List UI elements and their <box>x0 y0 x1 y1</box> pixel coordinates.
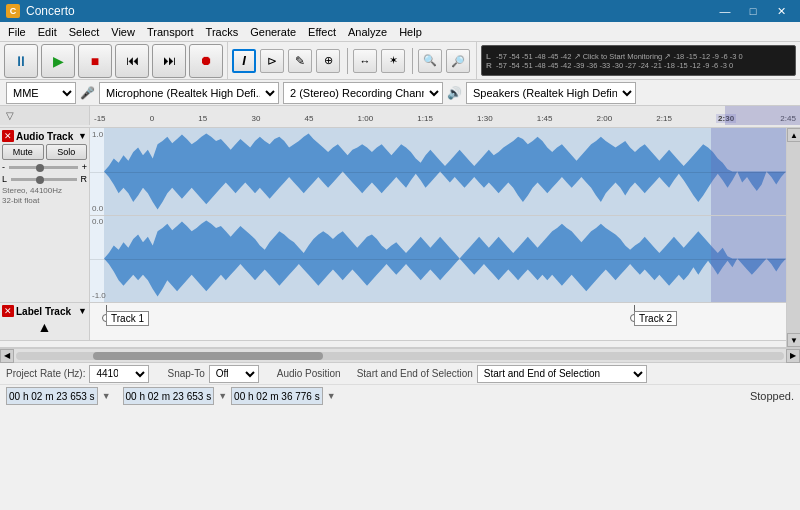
ruler-mark: 1:45 <box>537 114 553 123</box>
menu-effect[interactable]: Effect <box>302 22 342 41</box>
label-track-expand[interactable]: ▼ <box>78 306 87 316</box>
skip-back-button[interactable]: ⏮ <box>115 44 149 78</box>
mic-icon: 🎤 <box>80 86 95 100</box>
multi-tool[interactable]: ✶ <box>381 49 405 73</box>
position-dropdown-btn[interactable]: ▼ <box>102 391 111 401</box>
track-info: Stereo, 44100Hz 32-bit float <box>2 186 87 207</box>
audio-track-expand[interactable]: ▼ <box>78 131 87 141</box>
label-track: ✕ Label Track ▼ ▲ Track 1 <box>0 303 786 341</box>
zoom-tool[interactable]: ⊕ <box>316 49 340 73</box>
minimize-button[interactable]: — <box>712 3 738 19</box>
audio-track-controls: ✕ Audio Track ▼ Mute Solo - + <box>0 128 90 302</box>
snap-to-select[interactable]: Off <box>209 365 259 383</box>
project-rate-label: Project Rate (Hz): <box>6 368 85 379</box>
scroll-down-arrow[interactable]: ▼ <box>787 333 800 347</box>
label-track-up[interactable]: ▲ <box>38 319 52 335</box>
label-track-close[interactable]: ✕ <box>2 305 14 317</box>
vu-r-label: R <box>486 61 494 70</box>
label-track-name: Label Track <box>14 306 78 317</box>
vertical-scrollbar[interactable]: ▲ ▼ <box>786 128 800 347</box>
label-tag-2: Track 2 <box>634 311 677 326</box>
ruler-mark: 1:00 <box>358 114 374 123</box>
vu-r-scale: -57 -54 -51 -48 -45 -42 -39 -36 -33 -30 … <box>496 61 733 70</box>
time-shift-tool[interactable]: ↔ <box>353 49 377 73</box>
menu-select[interactable]: Select <box>63 22 106 41</box>
skip-fwd-button[interactable]: ⏭ <box>152 44 186 78</box>
menu-analyze[interactable]: Analyze <box>342 22 393 41</box>
pause-button[interactable]: ⏸ <box>4 44 38 78</box>
device-bar: MME 🎤 Microphone (Realtek High Defi... 2… <box>0 80 800 106</box>
solo-button[interactable]: Solo <box>46 144 88 160</box>
play-button[interactable]: ▶ <box>41 44 75 78</box>
selection-label: Start and End of Selection <box>357 368 473 379</box>
ruler-mark: 1:30 <box>477 114 493 123</box>
ruler-mark: 2:15 <box>656 114 672 123</box>
hscroll-track[interactable] <box>16 352 784 360</box>
scroll-right-arrow[interactable]: ▶ <box>786 349 800 363</box>
menu-help[interactable]: Help <box>393 22 428 41</box>
microphone-select[interactable]: Microphone (Realtek High Defi... <box>99 82 279 104</box>
selection-start-value: 00 h 02 m 23 653 s <box>123 387 215 405</box>
maximize-button[interactable]: □ <box>740 3 766 19</box>
selection-end-dropdown-btn[interactable]: ▼ <box>327 391 336 401</box>
audio-track-name: Audio Track <box>14 131 78 142</box>
audio-position-label: Audio Position <box>277 368 341 379</box>
app-icon: C <box>6 4 20 18</box>
scroll-up-arrow[interactable]: ▲ <box>787 128 800 142</box>
waveform-area[interactable]: 1.0 0.0 0.0 -1.0 <box>90 128 786 302</box>
snap-to-label: Snap-To <box>167 368 204 379</box>
timeline-ruler[interactable]: ▽ -15 0 15 30 45 1:00 1:15 1:30 1:45 2:0… <box>0 106 800 128</box>
title-bar: C Concerto — □ ✕ <box>0 0 800 22</box>
menu-file[interactable]: File <box>2 22 32 41</box>
audio-position-value: 00 h 02 m 23 653 s <box>6 387 98 405</box>
mute-button[interactable]: Mute <box>2 144 44 160</box>
stop-button[interactable]: ■ <box>78 44 112 78</box>
selection-start-dropdown-btn[interactable]: ▼ <box>218 391 227 401</box>
app-title: Concerto <box>26 4 712 18</box>
selection-type-select[interactable]: Start and End of Selection <box>477 365 647 383</box>
draw-tool[interactable]: ✎ <box>288 49 312 73</box>
gain-plus-label: + <box>82 162 87 172</box>
selection-tool[interactable]: I <box>232 49 256 73</box>
hscroll-thumb[interactable] <box>93 352 323 360</box>
ruler-mark: -15 <box>94 114 106 123</box>
menu-generate[interactable]: Generate <box>244 22 302 41</box>
audio-track-close[interactable]: ✕ <box>2 130 14 142</box>
project-rate-select[interactable]: 44100 <box>89 365 149 383</box>
menu-tracks[interactable]: Tracks <box>200 22 245 41</box>
main-area: ✕ Audio Track ▼ Mute Solo - + <box>0 128 800 348</box>
speaker-icon: 🔊 <box>447 86 462 100</box>
ruler-mark: 1:15 <box>417 114 433 123</box>
vu-l-scale: -57 -54 -51 -48 -45 -42 ↗ Click to Start… <box>496 52 743 61</box>
audio-host-select[interactable]: MME <box>6 82 76 104</box>
menu-view[interactable]: View <box>105 22 141 41</box>
menu-edit[interactable]: Edit <box>32 22 63 41</box>
audio-track: ✕ Audio Track ▼ Mute Solo - + <box>0 128 786 303</box>
status-text: Stopped. <box>750 390 794 402</box>
vu-l-label: L <box>486 52 494 61</box>
menu-bar: File Edit Select View Transport Tracks G… <box>0 22 800 42</box>
label-tag-1: Track 1 <box>106 311 149 326</box>
ruler-start-icon: ▽ <box>6 110 14 121</box>
menu-transport[interactable]: Transport <box>141 22 200 41</box>
close-button[interactable]: ✕ <box>768 3 794 19</box>
record-button[interactable]: ⏺ <box>189 44 223 78</box>
status-bar: Project Rate (Hz): 44100 Snap-To Off Aud… <box>0 362 800 408</box>
channels-select[interactable]: 2 (Stereo) Recording Channels <box>283 82 443 104</box>
zoom-out-tool[interactable]: 🔍 <box>446 49 470 73</box>
label-track-controls: ✕ Label Track ▼ ▲ <box>0 303 90 340</box>
horizontal-scrollbar[interactable]: ◀ ▶ <box>0 348 800 362</box>
scale-top: 1.0 <box>92 130 103 139</box>
label-track-area[interactable]: Track 1 Track 2 <box>90 303 786 340</box>
pan-r-label: R <box>81 174 88 184</box>
zoom-in-tool[interactable]: 🔍 <box>418 49 442 73</box>
pan-l-label: L <box>2 174 7 184</box>
ruler-mark: 0 <box>150 114 154 123</box>
scroll-left-arrow[interactable]: ◀ <box>0 349 14 363</box>
selection-end-value: 00 h 02 m 36 776 s <box>231 387 323 405</box>
speaker-select[interactable]: Speakers (Realtek High Definiti <box>466 82 636 104</box>
ruler-mark: 15 <box>198 114 207 123</box>
ruler-mark: 30 <box>251 114 260 123</box>
envelope-tool[interactable]: ⊳ <box>260 49 284 73</box>
scale-mid: 0.0 <box>92 204 103 213</box>
